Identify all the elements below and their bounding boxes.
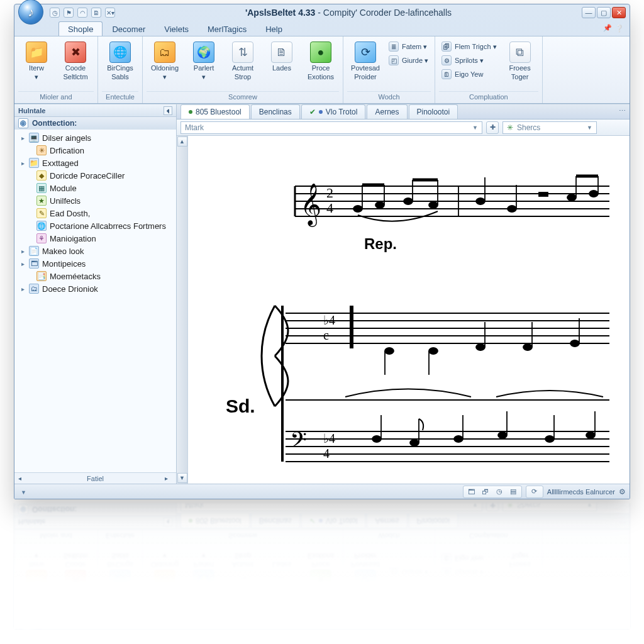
- ribbon-mini-eigo[interactable]: 🗓Eigo Yew: [439, 68, 499, 80]
- tree-item[interactable]: 🌐Poctarione Allcabrrecs Fortmers: [16, 219, 175, 232]
- tabs-overflow-icon[interactable]: ⋯: [619, 518, 626, 526]
- ribbon-btn-proce[interactable]: ●ProceExotions: [303, 39, 339, 83]
- tree-item[interactable]: ▸🗂Doece Drioniok: [16, 282, 175, 295]
- minimize-button[interactable]: —: [582, 7, 596, 18]
- ribbon-tab-merltagics[interactable]: MerlTagics: [198, 21, 256, 36]
- status-view-buttons[interactable]: 🗔 🗗 ◷ ▤: [463, 486, 522, 498]
- tree-item[interactable]: ▸🗔Montipeices: [16, 257, 175, 270]
- doc-tab[interactable]: Pinolootoi: [409, 104, 458, 119]
- ribbon-tab-shople[interactable]: Shople: [58, 597, 103, 611]
- sidebar-section[interactable]: 🞋 Oonttection:: [14, 117, 176, 130]
- ribbon-btn-iterw[interactable]: 📁Iterw▾: [18, 550, 55, 594]
- minimize-button[interactable]: —: [582, 614, 596, 626]
- sidebar-collapse-icon[interactable]: ⏴: [164, 106, 172, 115]
- ribbon-btn-bircings[interactable]: 🌐BirCingsSabls: [102, 39, 138, 83]
- vertical-scrollbar[interactable]: ▲ ▼: [177, 136, 188, 484]
- ribbon-tab-help[interactable]: Help: [256, 21, 292, 36]
- toolbar-insert-icon[interactable]: ✚: [486, 121, 499, 134]
- app-menu-orb[interactable]: [18, 608, 43, 629]
- ribbon-btn-actumt[interactable]: ⇅ActumtStrop: [225, 550, 261, 594]
- ribbon-btn-oldoning[interactable]: 🗂Oldoning▾: [147, 39, 183, 83]
- ribbon-mini-fatem[interactable]: ≣Fatem ▾: [386, 580, 431, 592]
- doc-tab[interactable]: 805 Bluestool: [180, 104, 250, 119]
- doc-tab[interactable]: Pinolootoi: [409, 514, 458, 528]
- tree-item[interactable]: ▸📁Exxttaged: [16, 157, 175, 169]
- ribbon-btn-parlert[interactable]: 🌍Parlert▾: [186, 39, 222, 83]
- combo-mtark[interactable]: Mtark▼: [180, 503, 482, 512]
- ribbon-btn-lades[interactable]: 🗎Lades: [264, 558, 300, 594]
- ribbon-tab-shople[interactable]: Shople: [58, 21, 103, 36]
- scroll-down-icon[interactable]: ▼: [177, 473, 187, 483]
- combo-mtark[interactable]: Mtark▼: [180, 121, 482, 134]
- view4-icon[interactable]: ▤: [508, 487, 519, 497]
- ribbon-tab-decomer[interactable]: Decomer: [103, 597, 155, 611]
- doc-tab[interactable]: Benclinas: [251, 514, 300, 528]
- doc-tab[interactable]: 805 Bluestool: [180, 514, 250, 528]
- ribbon-tab-vielets[interactable]: Vielets: [155, 597, 198, 611]
- view3-icon[interactable]: ◷: [494, 487, 505, 497]
- ribbon-tab-vielets[interactable]: Vielets: [155, 21, 198, 36]
- ribbon-btn-coode[interactable]: ✖CoodeSeltlctm: [57, 550, 94, 594]
- tree-item[interactable]: ⚘Manioigation: [16, 232, 175, 245]
- ribbon-tab-help[interactable]: Help: [256, 597, 292, 611]
- qat-clock-icon[interactable]: ◷: [50, 615, 60, 625]
- qat-doc-icon[interactable]: 🗎: [91, 615, 101, 625]
- ribbon-pin-icon[interactable]: 📌: [603, 601, 612, 609]
- ribbon-btn-froees[interactable]: ⧉FroeesToger: [502, 550, 538, 594]
- ribbon-help-icon[interactable]: ❔: [614, 599, 625, 609]
- doc-tab[interactable]: Aernes: [367, 514, 407, 528]
- qat-close-icon[interactable]: ✕▾: [105, 615, 115, 625]
- sidebar-section[interactable]: 🞋 Oonttection:: [14, 503, 176, 516]
- ribbon-pin-icon[interactable]: 📌: [603, 24, 612, 32]
- combo-shercs[interactable]: ✳Shercs▼: [502, 503, 597, 512]
- tree-item[interactable]: ✎Ead Dosth,: [16, 207, 175, 219]
- combo-shercs[interactable]: ✳Shercs▼: [502, 121, 597, 134]
- ribbon-btn-coode[interactable]: ✖CoodeSeltlctm: [57, 39, 94, 83]
- qat-cloud-icon[interactable]: ◠: [77, 8, 87, 18]
- ribbon-btn-proce[interactable]: ●ProceExotions: [303, 550, 339, 594]
- ribbon-mini-flem[interactable]: 🗐Flem Trigch ▾: [439, 40, 499, 53]
- maximize-button[interactable]: ▢: [597, 7, 611, 18]
- ribbon-btn-froees[interactable]: ⧉FroeesToger: [502, 39, 538, 83]
- status-settings-icon[interactable]: ⚙: [619, 487, 626, 496]
- ribbon-tab-decomer[interactable]: Decomer: [103, 21, 155, 36]
- tree-item[interactable]: ✳Drfication: [16, 144, 175, 157]
- tree-item[interactable]: ★Unilfecls: [16, 194, 175, 207]
- maximize-button[interactable]: ▢: [597, 614, 611, 626]
- tabs-overflow-icon[interactable]: ⋯: [619, 107, 626, 115]
- sidebar-collapse-icon[interactable]: ⏴: [164, 518, 172, 527]
- sidebar-tree[interactable]: ▸💻Dilser aingels✳Drfication▸📁Exxttaged◆D…: [14, 130, 176, 472]
- score-canvas[interactable]: 𝄞 2 4: [188, 136, 630, 484]
- ribbon-tab-merltagics[interactable]: MerlTagics: [198, 597, 256, 611]
- ribbon-mini-sprilots[interactable]: ⚙Sprilots ▾: [439, 566, 499, 579]
- doc-tab[interactable]: Benclinas: [251, 104, 300, 119]
- doc-tab[interactable]: ✔Vlo Trotol: [301, 104, 366, 119]
- statusbar-menu-icon[interactable]: ▼: [21, 489, 26, 496]
- ribbon-btn-povtesad[interactable]: ⟳PovtesadProider: [347, 550, 384, 594]
- toolbar-insert-icon[interactable]: ✚: [486, 503, 499, 512]
- qat-clock-icon[interactable]: ◷: [50, 8, 60, 18]
- ribbon-mini-giurde[interactable]: ◰Giurde ▾: [386, 54, 431, 67]
- view1-icon[interactable]: 🗔: [466, 487, 477, 497]
- ribbon-btn-oldoning[interactable]: 🗂Oldoning▾: [147, 550, 183, 594]
- tree-item[interactable]: ▸💻Dilser aingels: [16, 131, 175, 144]
- ribbon-mini-flem[interactable]: 🗐Flem Trigch ▾: [439, 580, 499, 592]
- scroll-left-icon[interactable]: ◂: [18, 475, 26, 482]
- view2-icon[interactable]: 🗗: [480, 487, 491, 497]
- ribbon-help-icon[interactable]: ❔: [614, 23, 625, 33]
- qat-cloud-icon[interactable]: ◠: [77, 615, 87, 625]
- ribbon-btn-actumt[interactable]: ⇅ActumtStrop: [225, 39, 261, 83]
- app-menu-orb[interactable]: [18, 0, 43, 25]
- status-refresh[interactable]: ⟳: [526, 486, 543, 498]
- scroll-right-icon[interactable]: ▸: [165, 475, 172, 482]
- qat-flag-icon[interactable]: ⚑: [64, 615, 74, 625]
- ribbon-btn-lades[interactable]: 🗎Lades: [264, 39, 300, 74]
- qat-doc-icon[interactable]: 🗎: [91, 8, 101, 18]
- ribbon-btn-iterw[interactable]: 📁Iterw▾: [18, 39, 55, 83]
- qat-close-icon[interactable]: ✕▾: [105, 8, 115, 18]
- scroll-up-icon[interactable]: ▲: [177, 136, 187, 147]
- tree-item[interactable]: ▸📄Makeo look: [16, 245, 175, 257]
- ribbon-mini-eigo[interactable]: 🗓Eigo Yew: [439, 552, 499, 565]
- ribbon-mini-sprilots[interactable]: ⚙Sprilots ▾: [439, 54, 499, 67]
- ribbon-btn-povtesad[interactable]: ⟳PovtesadProider: [347, 39, 384, 83]
